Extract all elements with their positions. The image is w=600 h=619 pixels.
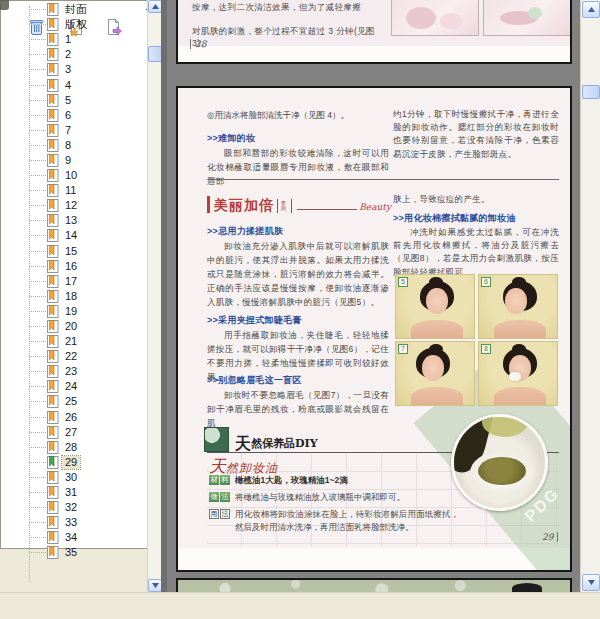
bookmark-item[interactable]: 17 bbox=[0, 274, 134, 289]
shoulders bbox=[494, 387, 546, 406]
bookmark-label: 25 bbox=[62, 395, 80, 408]
bookmark-item[interactable]: 21 bbox=[0, 334, 134, 349]
bookmark-item[interactable]: 26 bbox=[0, 410, 134, 425]
diy-label-char: 法 bbox=[220, 509, 230, 519]
bookmark-label: 版权 bbox=[62, 18, 90, 31]
photo-grid: 5 6 7 8 bbox=[395, 274, 559, 406]
bookmark-item[interactable]: 封面 bbox=[0, 2, 134, 17]
bookmark-item[interactable]: 35 bbox=[0, 545, 134, 549]
bookmark-item[interactable]: 15 bbox=[0, 244, 134, 259]
bookmark-icon bbox=[46, 516, 59, 529]
tree-connector bbox=[29, 477, 46, 478]
diy-script-big-char: 天 bbox=[209, 456, 226, 476]
bookmark-item[interactable]: 23 bbox=[0, 364, 134, 379]
bookmark-scroll-up-button[interactable] bbox=[148, 0, 150, 13]
bookmark-icon bbox=[46, 350, 59, 363]
bookmark-item[interactable]: 6 bbox=[0, 108, 134, 123]
bookmark-item[interactable]: 34 bbox=[0, 530, 134, 545]
bookmark-item[interactable]: 18 bbox=[0, 289, 134, 304]
page28-photo-1 bbox=[391, 0, 479, 36]
bookmark-item[interactable]: 14 bbox=[0, 228, 134, 243]
next-page-photo-fragment bbox=[512, 583, 542, 592]
bookmark-item[interactable]: 2 bbox=[0, 47, 134, 62]
bookmark-icon bbox=[46, 456, 59, 469]
tree-connector bbox=[29, 371, 46, 372]
bookmark-icon bbox=[46, 305, 59, 318]
bookmark-icon bbox=[46, 48, 59, 61]
tree-connector bbox=[29, 175, 46, 176]
tree-connector bbox=[29, 326, 46, 327]
bookmark-item[interactable]: 12 bbox=[0, 198, 134, 213]
bookmark-label: 10 bbox=[62, 169, 80, 182]
scroll-thumb[interactable] bbox=[582, 85, 600, 99]
section-divider bbox=[207, 179, 559, 180]
bookmark-label: 8 bbox=[62, 139, 74, 152]
divider bbox=[291, 199, 292, 213]
bookmark-scroll-thumb[interactable] bbox=[148, 46, 150, 62]
bookmark-item[interactable]: 9 bbox=[0, 153, 134, 168]
bookmark-label: 封面 bbox=[62, 3, 90, 16]
bookmark-item[interactable]: 31 bbox=[0, 485, 134, 500]
bookmark-item[interactable]: 10 bbox=[0, 168, 134, 183]
bookmark-item[interactable]: 20 bbox=[0, 319, 134, 334]
main-scrollbar[interactable] bbox=[580, 0, 600, 592]
bookmark-item[interactable]: 3 bbox=[0, 62, 134, 77]
bookmarks-panel: 封面 版权 1 2 3 4 bbox=[0, 0, 161, 592]
bookmark-item[interactable]: 28 bbox=[0, 440, 134, 455]
bookmark-item[interactable]: 29 bbox=[0, 455, 134, 470]
bookmark-icon bbox=[46, 441, 59, 454]
bookmark-item[interactable]: 7 bbox=[0, 123, 134, 138]
diy-label-char: 用 bbox=[209, 509, 219, 519]
diy-label-char: 做 bbox=[209, 492, 219, 502]
bookmark-item[interactable]: 30 bbox=[0, 470, 134, 485]
bookmark-item[interactable]: 8 bbox=[0, 138, 134, 153]
tree-connector bbox=[29, 39, 46, 40]
bookmark-item[interactable]: 33 bbox=[0, 515, 134, 530]
bookmark-item[interactable]: 24 bbox=[0, 379, 134, 394]
scroll-down-button[interactable] bbox=[582, 574, 600, 591]
bookmark-item[interactable]: 19 bbox=[0, 304, 134, 319]
shoulders bbox=[411, 387, 463, 406]
bookmark-icon bbox=[46, 109, 59, 122]
bookmark-item[interactable]: 16 bbox=[0, 259, 134, 274]
tree-connector bbox=[29, 401, 46, 402]
bookmark-item[interactable]: 32 bbox=[0, 500, 134, 515]
tree-connector bbox=[29, 9, 46, 10]
para-brow: 卸妆时不要忽略眉毛（见图7），一旦没有卸干净眉毛里的残妆，粉底或眼影就会残留在肌 bbox=[207, 388, 389, 430]
bookmark-item[interactable]: 11 bbox=[0, 183, 134, 198]
page29-intro: ◎用清水将脸部清洗干净（见图 4）。 bbox=[207, 110, 389, 122]
heading-cotton-pad: >>用化妆棉擦拭黏腻的卸妆油 bbox=[393, 212, 516, 225]
bookmark-label: 20 bbox=[62, 320, 80, 333]
page28-bottom-margin bbox=[178, 46, 570, 62]
bookmark-item[interactable]: 13 bbox=[0, 213, 134, 228]
bookmark-item[interactable]: 25 bbox=[0, 394, 134, 409]
bookmark-icon bbox=[46, 139, 59, 152]
heading-brow: >>别忽略眉毛这一盲区 bbox=[207, 374, 302, 387]
bookmark-item[interactable]: 22 bbox=[0, 349, 134, 364]
bookmark-icon bbox=[46, 486, 59, 499]
bookmark-item[interactable]: 版权 bbox=[0, 17, 134, 32]
arrow-down-icon bbox=[588, 580, 595, 585]
bookmark-label: 34 bbox=[62, 531, 80, 544]
tree-connector bbox=[29, 386, 46, 387]
diy-label: 用 法 bbox=[209, 509, 231, 519]
bookmark-label: 27 bbox=[62, 426, 80, 439]
bookmark-label: 4 bbox=[62, 79, 74, 92]
bookmark-list-scrollbar[interactable] bbox=[147, 0, 150, 549]
page28-text-line1: 按摩，达到二次清洁效果，但为了减轻摩擦 bbox=[192, 2, 388, 14]
bookmark-icon bbox=[46, 199, 59, 212]
bookmark-icon bbox=[46, 365, 59, 378]
diy-row: 用 法 用化妆棉将卸妆油涂抹在脸上，待彩妆溶解后用面纸擦拭，然后及时用清水洗净，… bbox=[209, 508, 459, 534]
bookmark-item[interactable]: 27 bbox=[0, 425, 134, 440]
bookmark-item[interactable]: 4 bbox=[0, 77, 134, 92]
bookmark-item[interactable]: 1 bbox=[0, 32, 134, 47]
scroll-up-button[interactable] bbox=[582, 1, 600, 18]
shoulders bbox=[411, 320, 463, 339]
bookmark-icon bbox=[46, 169, 59, 182]
page29-number: 29 bbox=[542, 532, 558, 542]
bookmark-item[interactable]: 5 bbox=[0, 93, 134, 108]
bookmark-label: 17 bbox=[62, 275, 80, 288]
tree-connector bbox=[29, 130, 46, 131]
tree-connector bbox=[29, 311, 46, 312]
step-photo: 5 bbox=[395, 274, 475, 339]
